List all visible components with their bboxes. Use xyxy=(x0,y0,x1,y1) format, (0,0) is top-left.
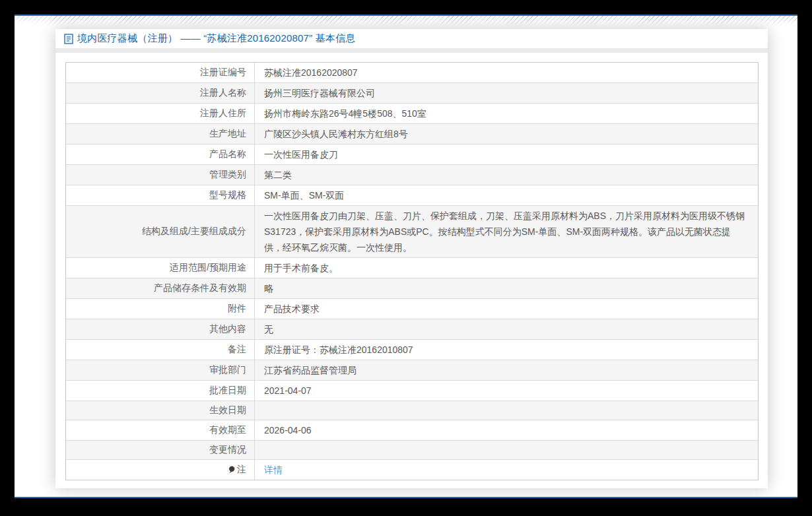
row-label: 生效日期 xyxy=(66,401,255,420)
row-value: 扬州三明医疗器械有限公司 xyxy=(255,83,758,103)
table-row: 型号规格 SM-单面、SM-双面 xyxy=(66,185,758,206)
row-value: SM-单面、SM-双面 xyxy=(255,185,758,205)
row-value: 产品技术要求 xyxy=(255,299,758,319)
table-row: 有效期至 2026-04-06 xyxy=(66,420,758,441)
table-row: 批准日期 2021-04-07 xyxy=(66,381,758,401)
row-value: 一次性医用备皮刀 xyxy=(255,145,758,164)
table-row: 结构及组成/主要组成成分 一次性医用备皮刀由刀架、压盖、刀片、保护套组成，刀架、… xyxy=(66,206,758,258)
row-value: 2026-04-06 xyxy=(255,420,758,440)
row-label: 其他内容 xyxy=(66,319,255,339)
row-label: 产品储存条件及有效期 xyxy=(66,278,255,298)
panel-header: 境内医疗器械（注册） —— “苏械注准20162020807” 基本信息 xyxy=(55,29,768,45)
row-label: 注册人住所 xyxy=(66,104,255,123)
row-value: 无 xyxy=(255,319,758,339)
row-label: 附件 xyxy=(66,299,255,319)
row-value xyxy=(255,441,758,459)
table-row: 管理类别 第二类 xyxy=(66,165,758,185)
row-value: 用于手术前备皮。 xyxy=(255,258,758,278)
page-background: 境内医疗器械（注册） —— “苏械注准20162020807” 基本信息 注册证… xyxy=(15,15,797,498)
row-label: 备注 xyxy=(66,340,255,360)
row-value: 苏械注准20162020807 xyxy=(255,63,758,82)
row-value: 第二类 xyxy=(255,165,758,185)
table-row: 其他内容 无 xyxy=(66,319,758,340)
row-value: 扬州市梅岭东路26号4幢5楼508、510室 xyxy=(255,104,758,123)
row-label: 审批部门 xyxy=(66,360,255,380)
table-row: 注册证编号 苏械注准20162020807 xyxy=(66,63,758,83)
row-label: 型号规格 xyxy=(66,185,255,205)
info-panel: 境内医疗器械（注册） —— “苏械注准20162020807” 基本信息 注册证… xyxy=(55,29,768,488)
table-row: 备注 原注册证号：苏械注准20162010807 xyxy=(66,340,758,360)
table-row: 审批部门 江苏省药品监督管理局 xyxy=(66,360,758,381)
table-row: 产品储存条件及有效期 略 xyxy=(66,278,758,299)
row-label: 结构及组成/主要组成成分 xyxy=(66,206,255,257)
row-label: 适用范围/预期用途 xyxy=(66,258,255,278)
row-label: 注 xyxy=(66,460,255,480)
row-label: 生产地址 xyxy=(66,124,255,144)
row-value: 原注册证号：苏械注准20162010807 xyxy=(255,340,758,360)
hatch-texture xyxy=(15,16,797,26)
row-label: 管理类别 xyxy=(66,165,255,185)
row-value xyxy=(255,401,758,420)
table-row: 注册人住所 扬州市梅岭东路26号4幢5楼508、510室 xyxy=(66,104,758,124)
table-row: 附件 产品技术要求 xyxy=(66,299,758,319)
document-icon xyxy=(64,34,73,44)
title-divider xyxy=(55,48,768,53)
registration-table: 注册证编号 苏械注准20162020807 注册人名称 扬州三明医疗器械有限公司… xyxy=(65,62,759,480)
bottom-accent-line xyxy=(15,497,797,498)
table-row: 适用范围/预期用途 用于手术前备皮。 xyxy=(66,258,758,278)
row-value: 广陵区沙头镇人民滩村东方红组8号 xyxy=(255,124,758,144)
table-row: 变更情况 xyxy=(66,441,758,460)
row-value: 详情 xyxy=(255,460,758,480)
row-label: 产品名称 xyxy=(66,145,255,164)
table-row-note: 注 详情 xyxy=(66,460,758,480)
row-label: 有效期至 xyxy=(66,420,255,440)
row-label: 变更情况 xyxy=(66,441,255,459)
row-label: 批准日期 xyxy=(66,381,255,401)
bulb-icon xyxy=(228,466,235,474)
row-value: 一次性医用备皮刀由刀架、压盖、刀片、保护套组成，刀架、压盖采用原材料为ABS，刀… xyxy=(255,206,758,257)
row-label: 注册人名称 xyxy=(66,83,255,103)
table-row: 注册人名称 扬州三明医疗器械有限公司 xyxy=(66,83,758,104)
row-value: 2021-04-07 xyxy=(255,381,758,401)
page-title: 境内医疗器械（注册） —— “苏械注准20162020807” 基本信息 xyxy=(77,32,355,45)
table-row: 产品名称 一次性医用备皮刀 xyxy=(66,145,758,165)
table-row: 生产地址 广陵区沙头镇人民滩村东方红组8号 xyxy=(66,124,758,145)
table-row: 生效日期 xyxy=(66,401,758,420)
note-label: 注 xyxy=(237,464,246,476)
row-value: 略 xyxy=(255,278,758,298)
details-link[interactable]: 详情 xyxy=(264,462,283,478)
row-value: 江苏省药品监督管理局 xyxy=(255,360,758,380)
row-label: 注册证编号 xyxy=(66,63,255,82)
